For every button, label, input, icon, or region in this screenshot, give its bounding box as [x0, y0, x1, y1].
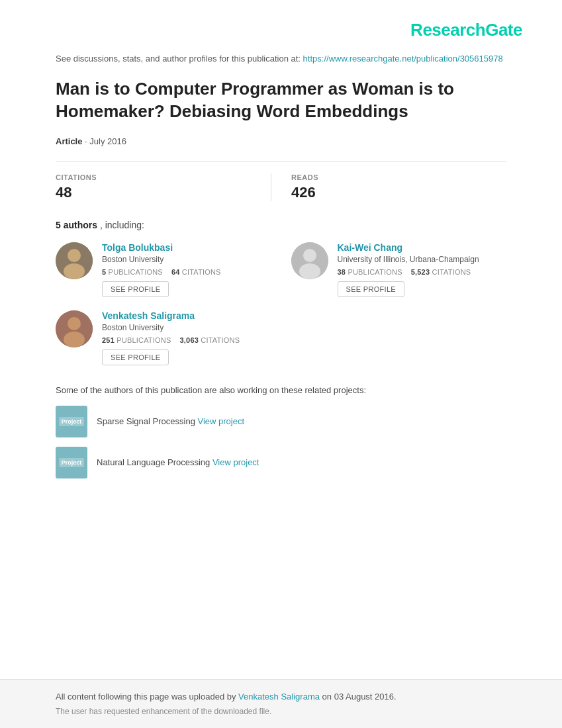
- tolga-pub-label: PUBLICATIONS: [109, 268, 163, 276]
- header: ResearchGate: [0, 0, 562, 54]
- see-discussions-bar: See discussions, stats, and author profi…: [56, 54, 506, 64]
- related-projects-header: Some of the authors of this publication …: [56, 385, 506, 395]
- author-affiliation-kai: University of Illinois, Urbana-Champaign: [338, 255, 507, 264]
- project-text-sparse: Sparse Signal Processing View project: [97, 416, 244, 426]
- authors-grid-row2: Venkatesh Saligrama Boston University 25…: [56, 310, 506, 365]
- svg-point-1: [68, 249, 81, 262]
- authors-grid-row1: Tolga Bolukbasi Boston University 5 PUBL…: [56, 242, 506, 297]
- project-item-nlp: Project Natural Language Processing View…: [56, 447, 506, 478]
- see-discussions-text: See discussions, stats, and author profi…: [56, 54, 301, 64]
- main-content: See discussions, stats, and author profi…: [0, 54, 562, 478]
- article-meta: Article · July 2016: [56, 136, 506, 146]
- author-name-kai[interactable]: Kai-Wei Chang: [338, 242, 507, 253]
- kai-pub-count: 38: [338, 268, 346, 276]
- svg-point-8: [64, 332, 85, 347]
- author-grid-spacer: [291, 310, 507, 365]
- svg-point-4: [303, 249, 316, 262]
- project-name-sparse: Sparse Signal Processing: [97, 416, 195, 426]
- authors-header: 5 authors , including:: [56, 220, 506, 230]
- page-wrapper: ResearchGate See discussions, stats, and…: [0, 0, 562, 728]
- project-link-nlp[interactable]: View project: [212, 457, 259, 467]
- see-profile-kai[interactable]: SEE PROFILE: [338, 281, 404, 297]
- stats-vertical-divider: [271, 173, 271, 201]
- project-icon-label-nlp: Project: [59, 458, 85, 467]
- footer-uploader-link[interactable]: Venkatesh Saligrama: [238, 692, 320, 702]
- see-profile-tolga[interactable]: SEE PROFILE: [102, 281, 169, 297]
- venkatesh-cit-label: CITATIONS: [201, 336, 240, 344]
- paper-title: Man is to Computer Programmer as Woman i…: [56, 78, 506, 123]
- venkatesh-pub-count: 251: [102, 336, 115, 344]
- kai-cit-label: CITATIONS: [432, 268, 471, 276]
- svg-point-2: [64, 263, 85, 279]
- venkatesh-pub-label: PUBLICATIONS: [117, 336, 171, 344]
- see-profile-venkatesh[interactable]: SEE PROFILE: [102, 349, 169, 365]
- publication-link[interactable]: https://www.researchgate.net/publication…: [303, 54, 503, 64]
- tolga-pub-count: 5: [102, 268, 106, 276]
- author-stats-kai: 38 PUBLICATIONS 5,523 CITATIONS: [338, 268, 507, 276]
- reads-value: 426: [291, 184, 506, 201]
- citations-block: CITATIONS 48: [56, 173, 271, 201]
- footer-upload-date: on 03 August 2016.: [322, 692, 397, 702]
- footer-upload-prefix: All content following this page was uplo…: [56, 692, 236, 702]
- project-icon-nlp: Project: [56, 447, 87, 478]
- footer: All content following this page was uplo…: [0, 679, 562, 728]
- footer-note: The user has requested enhancement of th…: [56, 707, 506, 716]
- avatar-venkatesh: [56, 310, 93, 347]
- tolga-cit-count: 64: [171, 268, 180, 276]
- svg-point-5: [299, 263, 320, 279]
- authors-including: , including:: [100, 220, 144, 230]
- reads-block: READS 426: [291, 173, 506, 201]
- venkatesh-cit-count: 3,063: [180, 336, 199, 344]
- author-card-venkatesh: Venkatesh Saligrama Boston University 25…: [56, 310, 271, 365]
- author-card-kai: Kai-Wei Chang University of Illinois, Ur…: [291, 242, 507, 297]
- kai-pub-label: PUBLICATIONS: [348, 268, 402, 276]
- author-name-tolga[interactable]: Tolga Bolukbasi: [102, 242, 271, 253]
- related-projects-section: Some of the authors of this publication …: [56, 385, 506, 478]
- stats-row: CITATIONS 48 READS 426: [56, 173, 506, 201]
- citations-value: 48: [56, 184, 271, 201]
- citations-label: CITATIONS: [56, 173, 271, 181]
- project-name-nlp: Natural Language Processing: [97, 457, 210, 467]
- avatar-kai: [291, 242, 328, 279]
- article-date: July 2016: [89, 136, 126, 146]
- authors-count: 5 authors: [56, 220, 97, 230]
- author-card-tolga: Tolga Bolukbasi Boston University 5 PUBL…: [56, 242, 271, 297]
- author-stats-venkatesh: 251 PUBLICATIONS 3,063 CITATIONS: [102, 336, 271, 344]
- project-item-sparse: Project Sparse Signal Processing View pr…: [56, 406, 506, 437]
- project-text-nlp: Natural Language Processing View project: [97, 457, 259, 467]
- author-name-venkatesh[interactable]: Venkatesh Saligrama: [102, 310, 271, 321]
- author-affiliation-tolga: Boston University: [102, 255, 271, 264]
- stats-divider: [56, 161, 506, 161]
- reads-label: READS: [291, 173, 506, 181]
- kai-cit-count: 5,523: [411, 268, 430, 276]
- svg-point-7: [68, 317, 81, 330]
- project-link-sparse[interactable]: View project: [197, 416, 244, 426]
- author-info-venkatesh: Venkatesh Saligrama Boston University 25…: [102, 310, 271, 365]
- project-icon-label-sparse: Project: [59, 417, 85, 426]
- researchgate-logo: ResearchGate: [410, 20, 522, 40]
- article-type: Article: [56, 136, 82, 146]
- author-affiliation-venkatesh: Boston University: [102, 323, 271, 332]
- author-info-kai: Kai-Wei Chang University of Illinois, Ur…: [338, 242, 507, 297]
- tolga-cit-label: CITATIONS: [182, 268, 221, 276]
- footer-upload-text: All content following this page was uplo…: [56, 692, 506, 702]
- author-info-tolga: Tolga Bolukbasi Boston University 5 PUBL…: [102, 242, 271, 297]
- author-stats-tolga: 5 PUBLICATIONS 64 CITATIONS: [102, 268, 271, 276]
- project-icon-sparse: Project: [56, 406, 87, 437]
- authors-section: 5 authors , including: Tolga Bolukb: [56, 220, 506, 365]
- avatar-tolga: [56, 242, 93, 279]
